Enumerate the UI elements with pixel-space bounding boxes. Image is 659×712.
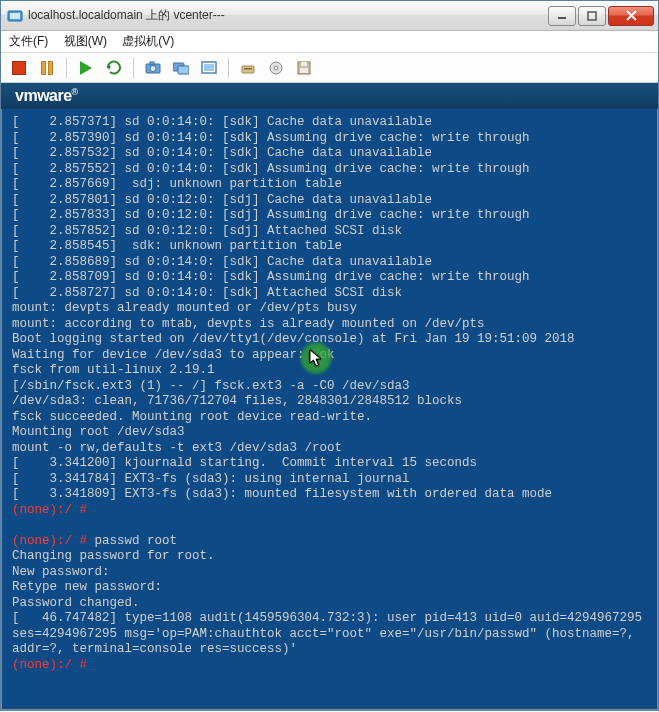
terminal-command: passwd root <box>87 534 177 548</box>
terminal-line: fsck succeeded. Mounting root device rea… <box>12 410 372 424</box>
terminal-line: [ 2.857669] sdj: unknown partition table <box>12 177 342 191</box>
svg-point-8 <box>150 65 156 71</box>
refresh-icon <box>106 60 122 76</box>
maximize-button[interactable] <box>578 6 606 26</box>
play-button[interactable] <box>74 56 98 80</box>
terminal-line: Retype new password: <box>12 580 162 594</box>
terminal-line: [ 2.858709] sd 0:0:14:0: [sdk] Assuming … <box>12 270 530 284</box>
terminal-line: Waiting for device /dev/sda3 to appear: … <box>12 348 335 362</box>
play-icon <box>80 61 92 75</box>
svg-rect-20 <box>300 68 308 73</box>
stop-button[interactable] <box>7 56 31 80</box>
vmware-console-window: localhost.localdomain 上的 vcenter--- 文件(F… <box>0 0 659 711</box>
terminal-line: [ 2.857801] sd 0:0:12:0: [sdj] Cache dat… <box>12 193 432 207</box>
terminal-line: [ 2.857390] sd 0:0:14:0: [sdk] Assuming … <box>12 131 530 145</box>
terminal-line <box>12 518 20 532</box>
svg-rect-11 <box>178 66 189 74</box>
svg-rect-19 <box>301 62 307 66</box>
terminal-line: mount -o rw,defaults -t ext3 /dev/sda3 /… <box>12 441 342 455</box>
terminal-line: [ 46.747482] type=1108 audit(1459596304.… <box>12 611 650 656</box>
toolbar-separator <box>66 58 67 78</box>
svg-rect-15 <box>244 68 252 70</box>
terminal-line: [ 3.341200] kjournald starting. Commit i… <box>12 456 477 470</box>
terminal-line: Boot logging started on /dev/tty1(/dev/c… <box>12 332 575 346</box>
fullscreen-icon <box>201 60 217 76</box>
snapshot-button[interactable] <box>141 56 165 80</box>
toolbar <box>1 53 658 83</box>
svg-point-17 <box>274 66 278 70</box>
menu-view[interactable]: 视图(W) <box>64 34 107 48</box>
connect-floppy-icon <box>296 60 312 76</box>
pause-icon <box>41 61 53 75</box>
vmware-brand-bar: vmware® <box>1 83 658 109</box>
connect-cd-icon <box>268 60 284 76</box>
terminal-line: Mounting root /dev/sda3 <box>12 425 185 439</box>
vmware-logo: vmware® <box>15 87 78 104</box>
eject-button[interactable] <box>236 56 260 80</box>
pause-button[interactable] <box>35 56 59 80</box>
terminal-line: Changing password for root. <box>12 549 215 563</box>
minimize-button[interactable] <box>548 6 576 26</box>
terminal-prompt: (none):/ # <box>12 658 87 672</box>
snapshot-manager-button[interactable] <box>169 56 193 80</box>
terminal-line: [ 3.341784] EXT3-fs (sda3): using intern… <box>12 472 410 486</box>
console-terminal[interactable]: [ 2.857371] sd 0:0:14:0: [sdk] Cache dat… <box>1 109 658 710</box>
snapshot-icon <box>145 60 161 76</box>
terminal-line: mount: according to mtab, devpts is alre… <box>12 317 485 331</box>
terminal-line: [ 2.858689] sd 0:0:14:0: [sdk] Cache dat… <box>12 255 432 269</box>
app-icon <box>7 8 23 24</box>
terminal-line: [ 2.858727] sd 0:0:14:0: [sdk] Attached … <box>12 286 402 300</box>
terminal-line: [ 3.341809] EXT3-fs (sda3): mounted file… <box>12 487 552 501</box>
menu-vm[interactable]: 虚拟机(V) <box>122 34 174 48</box>
terminal-line: [ 2.857371] sd 0:0:14:0: [sdk] Cache dat… <box>12 115 432 129</box>
terminal-line: [ 2.858545] sdk: unknown partition table <box>12 239 342 253</box>
menu-file[interactable]: 文件(F) <box>9 34 48 48</box>
toolbar-separator <box>228 58 229 78</box>
window-titlebar[interactable]: localhost.localdomain 上的 vcenter--- <box>1 1 658 31</box>
terminal-line: fsck from util-linux 2.19.1 <box>12 363 215 377</box>
eject-icon <box>240 60 256 76</box>
connect-cd-button[interactable] <box>264 56 288 80</box>
terminal-line: Password changed. <box>12 596 140 610</box>
terminal-line: [ 2.857532] sd 0:0:14:0: [sdk] Cache dat… <box>12 146 432 160</box>
snapshot-manager-icon <box>173 60 189 76</box>
refresh-button[interactable] <box>102 56 126 80</box>
fullscreen-button[interactable] <box>197 56 221 80</box>
menu-bar: 文件(F) 视图(W) 虚拟机(V) <box>1 31 658 53</box>
close-button[interactable] <box>608 6 654 26</box>
connect-floppy-button[interactable] <box>292 56 316 80</box>
terminal-line: [ 2.857852] sd 0:0:12:0: [sdj] Attached … <box>12 224 402 238</box>
window-title: localhost.localdomain 上的 vcenter--- <box>28 7 548 24</box>
terminal-line: [ 2.857552] sd 0:0:14:0: [sdk] Assuming … <box>12 162 530 176</box>
terminal-line: New password: <box>12 565 110 579</box>
terminal-line: /dev/sda3: clean, 71736/712704 files, 28… <box>12 394 462 408</box>
terminal-line: mount: devpts already mounted or /dev/pt… <box>12 301 357 315</box>
terminal-prompt: (none):/ # <box>12 503 87 517</box>
svg-rect-3 <box>588 12 596 20</box>
terminal-prompt: (none):/ # <box>12 534 87 548</box>
svg-rect-13 <box>204 64 214 71</box>
terminal-line: [/sbin/fsck.ext3 (1) -- /] fsck.ext3 -a … <box>12 379 410 393</box>
toolbar-separator <box>133 58 134 78</box>
svg-rect-9 <box>150 62 154 65</box>
stop-icon <box>12 61 26 75</box>
svg-rect-1 <box>10 13 20 19</box>
terminal-line: [ 2.857833] sd 0:0:12:0: [sdj] Assuming … <box>12 208 530 222</box>
